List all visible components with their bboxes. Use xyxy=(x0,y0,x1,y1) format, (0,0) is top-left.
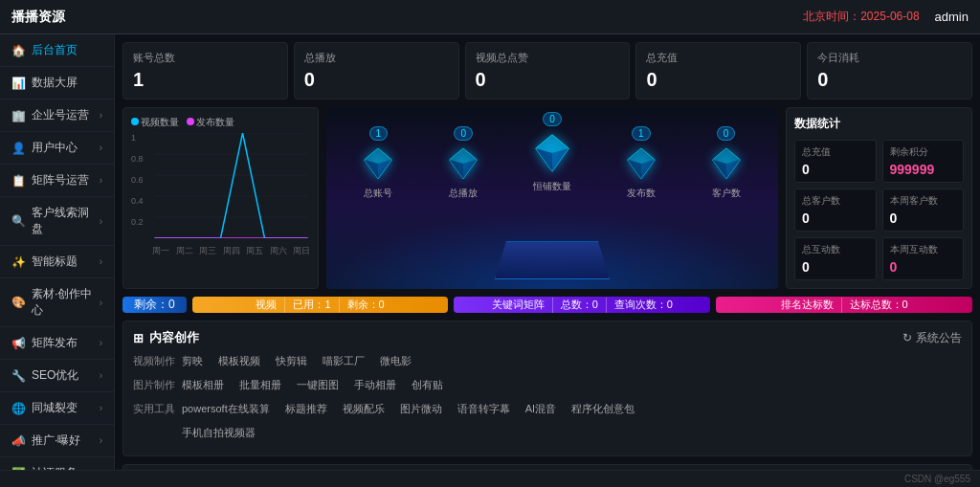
stats-row: 账号总数 1 总播放 0 视频总点赞 0 总充值 0 今日消耗 0 xyxy=(122,42,972,100)
sidebar-item-10[interactable]: 🌐 同城裂变 › xyxy=(0,392,114,425)
sidebar-item-left-10: 🌐 同城裂变 xyxy=(11,400,78,416)
diamond-shape-2 xyxy=(444,144,482,183)
sidebar-item-1[interactable]: 📊 数据大屏 xyxy=(0,67,114,100)
mini-stat-label-0: 总充值 xyxy=(802,145,869,159)
diamond-shape-5 xyxy=(707,144,746,183)
sidebar-item-7[interactable]: 🎨 素材·创作中心 › xyxy=(0,278,114,327)
sidebar-arrow-8: › xyxy=(100,338,102,348)
diamond-label-4: 1 xyxy=(632,126,651,141)
tb-keyword[interactable]: 关键词矩阵 总数：0 查询次数：0 xyxy=(454,297,710,313)
tb-remaining[interactable]: 剩余：0 xyxy=(122,297,187,313)
content-link-2-3[interactable]: 图片微动 xyxy=(394,400,448,418)
chart-x-labels: 周一周二周三周四周五周六周日 xyxy=(152,245,310,257)
middle-section: 视频数量 发布数量 10.80.60.40.2 xyxy=(122,107,972,289)
mini-stat-1: 剩余积分 999999 xyxy=(882,140,965,183)
mini-stat-label-3: 本周客户数 xyxy=(890,194,957,208)
creation-icon: ⊞ xyxy=(133,331,144,345)
content-link-0-3[interactable]: 喵影工厂 xyxy=(317,352,370,370)
sidebar-item-left-6: ✨ 智能标题 xyxy=(11,254,78,270)
diamond-name-2: 总播放 xyxy=(449,187,478,200)
mini-stat-value-1: 999999 xyxy=(890,162,957,177)
content-link-1-2[interactable]: 一键图图 xyxy=(291,376,345,394)
content-link-1-0[interactable]: 模板相册 xyxy=(176,376,230,394)
diamond-name-1: 总账号 xyxy=(364,187,392,200)
content-row-2: 实用工具 powersoft在线装算标题推荐视频配乐图片微动语音转字幕AI混音程… xyxy=(133,400,962,418)
stat-label-1: 总播放 xyxy=(304,51,449,65)
sidebar-label-0: 后台首页 xyxy=(32,42,78,58)
sidebar-arrow-2: › xyxy=(100,110,102,121)
row-category-0: 视频制作 xyxy=(133,354,176,368)
sidebar-item-3[interactable]: 👤 用户中心 › xyxy=(0,132,114,165)
stat-label-4: 今日消耗 xyxy=(817,51,962,65)
content-link-2-5[interactable]: AI混音 xyxy=(520,400,562,418)
sidebar-label-6: 智能标题 xyxy=(32,254,78,270)
sidebar-item-9[interactable]: 🔧 SEO优化 › xyxy=(0,360,114,392)
content-link-1-3[interactable]: 手动相册 xyxy=(348,376,402,394)
system-notice-link[interactable]: ↻ 系统公告 xyxy=(902,330,962,346)
mini-stat-label-5: 本周互动数 xyxy=(890,243,957,256)
sidebar-icon-7: 🎨 xyxy=(11,296,26,309)
tb-video-used: 已用：1 xyxy=(293,298,330,312)
content-link-0-1[interactable]: 模板视频 xyxy=(212,352,266,370)
sidebar-label-5: 客户线索洞盘 xyxy=(32,205,100,237)
panel-title: 数据统计 xyxy=(794,116,964,132)
content-link-0-2[interactable]: 快剪辑 xyxy=(270,352,313,370)
diamond-label-5: 0 xyxy=(717,126,736,141)
sidebar-item-left-0: 🏠 后台首页 xyxy=(11,42,78,58)
legend-publish: 发布数量 xyxy=(187,116,234,129)
sidebar-item-2[interactable]: 🏢 企业号运营 › xyxy=(0,100,114,132)
diamond-name-4: 发布数 xyxy=(627,187,656,200)
sidebar-icon-10: 🌐 xyxy=(11,402,26,415)
content-link-2-6[interactable]: 程序化创意包 xyxy=(566,400,640,418)
content-link-1-1[interactable]: 批量相册 xyxy=(234,376,287,394)
sidebar-item-4[interactable]: 📋 矩阵号运营 › xyxy=(0,165,114,197)
tb-ranking[interactable]: 排名达标数 达标总数：0 xyxy=(716,297,972,313)
app-title: 播播资源 xyxy=(11,9,65,26)
creation-rows: 视频制作 剪映模板视频快剪辑喵影工厂微电影 图片制作 模板相册批量相册一键图图手… xyxy=(133,352,962,442)
stat-card-1: 总播放 0 xyxy=(294,42,459,100)
mini-stat-value-0: 0 xyxy=(802,162,869,177)
content-link-0-0[interactable]: 剪映 xyxy=(176,352,209,370)
sidebar-item-0[interactable]: 🏠 后台首页 xyxy=(0,34,114,67)
content-link-2-1[interactable]: 标题推荐 xyxy=(279,400,333,418)
content-link-3-0[interactable]: 手机自拍视频器 xyxy=(176,424,261,442)
section-header: ⊞ 内容创作 ↻ 系统公告 xyxy=(133,329,962,346)
mini-stat-5: 本周互动数 0 xyxy=(882,237,965,280)
sidebar-arrow-10: › xyxy=(100,403,102,413)
tb-video[interactable]: 视频 已用：1 剩余：0 xyxy=(192,297,449,313)
sidebar-item-12[interactable]: ✅ 认证服务 › xyxy=(0,457,114,470)
stat-label-2: 视频总点赞 xyxy=(476,51,620,65)
content-link-2-0[interactable]: powersoft在线装算 xyxy=(176,400,276,418)
footer-text: CSDN @eg555 xyxy=(904,474,970,484)
sidebar-icon-6: ✨ xyxy=(11,255,26,269)
tb-divider-5 xyxy=(841,298,842,313)
mini-stat-2: 总客户数 0 xyxy=(794,188,877,232)
content-row-0: 视频制作 剪映模板视频快剪辑喵影工厂微电影 xyxy=(133,352,962,370)
tb-ranking-target: 达标总数：0 xyxy=(850,298,908,312)
content-link-2-2[interactable]: 视频配乐 xyxy=(337,400,390,418)
stat-value-1: 0 xyxy=(304,69,449,91)
stat-value-4: 0 xyxy=(817,69,962,91)
sidebar-item-8[interactable]: 📢 矩阵发布 › xyxy=(0,327,114,360)
content-link-2-4[interactable]: 语音转字幕 xyxy=(452,400,516,418)
tool-bars[interactable]: 剩余：0 视频 已用：1 剩余：0 关键词矩阵 总数：0 查询次数：0 排名达标… xyxy=(122,297,972,313)
sidebar-arrow-6: › xyxy=(100,256,102,267)
sidebar-item-6[interactable]: ✨ 智能标题 › xyxy=(0,246,114,278)
sidebar-label-8: 矩阵发布 xyxy=(32,335,78,351)
sidebar-item-left-8: 📢 矩阵发布 xyxy=(11,335,78,351)
main-content: 账号总数 1 总播放 0 视频总点赞 0 总充值 0 今日消耗 0 视频数量 发… xyxy=(115,34,980,470)
content-link-0-4[interactable]: 微电影 xyxy=(374,352,417,370)
mini-stat-label-4: 总互动数 xyxy=(802,243,869,256)
data-stats-panel: 数据统计 总充值 0 剩余积分 999999 总客户数 0 本周客户数 0 总互… xyxy=(786,107,972,289)
sidebar-item-5[interactable]: 🔍 客户线索洞盘 › xyxy=(0,197,114,246)
diamond-label-3: 0 xyxy=(543,112,562,126)
main-layout: 🏠 后台首页 📊 数据大屏 🏢 企业号运营 › 👤 用户中心 › 📋 矩阵号运营… xyxy=(0,34,980,470)
chart-svg xyxy=(152,133,310,238)
stat-card-4: 今日消耗 0 xyxy=(807,42,972,100)
chart-area: 视频数量 发布数量 10.80.60.40.2 xyxy=(122,107,319,289)
tb-divider-2 xyxy=(339,298,340,313)
sidebar-item-left-1: 📊 数据大屏 xyxy=(11,75,78,91)
sidebar-item-11[interactable]: 📣 推广·曝好 › xyxy=(0,425,114,457)
content-link-1-4[interactable]: 创有贴 xyxy=(406,376,449,394)
row-category-2: 实用工具 xyxy=(133,402,176,416)
